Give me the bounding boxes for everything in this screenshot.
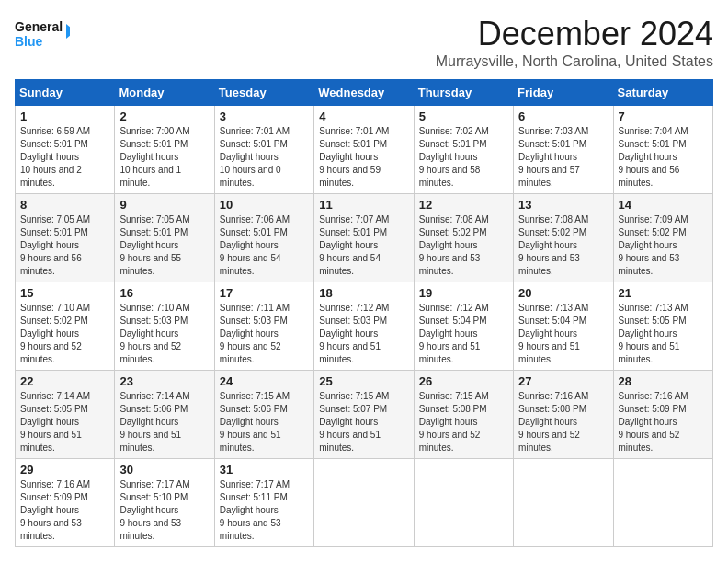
day-info: Sunrise: 7:09 AM Sunset: 5:02 PM Dayligh…: [619, 213, 708, 278]
col-monday: Monday: [115, 80, 214, 106]
col-thursday: Thursday: [414, 80, 513, 106]
day-number: 1: [20, 109, 109, 123]
table-row: 31 Sunrise: 7:17 AM Sunset: 5:11 PM Dayl…: [214, 459, 313, 547]
day-info: Sunrise: 7:16 AM Sunset: 5:08 PM Dayligh…: [518, 390, 608, 454]
day-info: Sunrise: 7:13 AM Sunset: 5:05 PM Dayligh…: [619, 302, 708, 366]
day-number: 20: [518, 286, 608, 300]
table-row: 5 Sunrise: 7:02 AM Sunset: 5:01 PM Dayli…: [414, 106, 513, 194]
col-saturday: Saturday: [613, 80, 712, 106]
day-info: Sunrise: 7:12 AM Sunset: 5:03 PM Dayligh…: [319, 302, 408, 366]
table-row: 20 Sunrise: 7:13 AM Sunset: 5:04 PM Dayl…: [514, 282, 613, 371]
day-info: Sunrise: 7:16 AM Sunset: 5:09 PM Dayligh…: [20, 478, 109, 543]
day-number: 23: [119, 374, 209, 388]
table-row: 16 Sunrise: 7:10 AM Sunset: 5:03 PM Dayl…: [115, 282, 214, 371]
table-row: 9 Sunrise: 7:05 AM Sunset: 5:01 PM Dayli…: [115, 194, 214, 282]
day-number: 24: [220, 374, 309, 388]
day-number: 31: [220, 463, 309, 477]
table-row: 22 Sunrise: 7:14 AM Sunset: 5:05 PM Dayl…: [16, 371, 115, 459]
table-row: 21 Sunrise: 7:13 AM Sunset: 5:05 PM Dayl…: [613, 282, 712, 371]
header-row: Sunday Monday Tuesday Wednesday Thursday…: [16, 80, 713, 106]
day-info: Sunrise: 7:01 AM Sunset: 5:01 PM Dayligh…: [220, 125, 309, 190]
table-row: 11 Sunrise: 7:07 AM Sunset: 5:01 PM Dayl…: [314, 194, 414, 282]
day-number: 17: [220, 286, 309, 300]
day-info: Sunrise: 7:10 AM Sunset: 5:03 PM Dayligh…: [119, 302, 209, 366]
table-row: 27 Sunrise: 7:16 AM Sunset: 5:08 PM Dayl…: [514, 371, 613, 459]
table-row: 19 Sunrise: 7:12 AM Sunset: 5:04 PM Dayl…: [414, 282, 513, 371]
day-info: Sunrise: 7:01 AM Sunset: 5:01 PM Dayligh…: [319, 125, 408, 190]
col-tuesday: Tuesday: [214, 80, 313, 106]
day-number: 25: [319, 374, 408, 388]
calendar-week-3: 15 Sunrise: 7:10 AM Sunset: 5:02 PM Dayl…: [16, 282, 713, 371]
table-row: 29 Sunrise: 7:16 AM Sunset: 5:09 PM Dayl…: [16, 459, 115, 547]
day-number: 11: [319, 198, 408, 212]
day-number: 4: [319, 109, 408, 123]
day-number: 19: [419, 286, 508, 300]
day-number: 7: [619, 109, 708, 123]
day-info: Sunrise: 7:03 AM Sunset: 5:01 PM Dayligh…: [518, 125, 608, 190]
day-number: 18: [319, 286, 408, 300]
svg-marker-2: [66, 24, 70, 39]
day-number: 8: [20, 198, 109, 212]
day-info: Sunrise: 7:06 AM Sunset: 5:01 PM Dayligh…: [220, 213, 309, 278]
svg-text:General: General: [15, 19, 63, 34]
day-number: 10: [220, 198, 309, 212]
calendar: Sunday Monday Tuesday Wednesday Thursday…: [15, 79, 713, 547]
table-row: 28 Sunrise: 7:16 AM Sunset: 5:09 PM Dayl…: [613, 371, 712, 459]
day-info: Sunrise: 7:08 AM Sunset: 5:02 PM Dayligh…: [419, 213, 508, 278]
header: General Blue December 2024 Murraysville,…: [15, 15, 713, 70]
calendar-week-5: 29 Sunrise: 7:16 AM Sunset: 5:09 PM Dayl…: [16, 459, 713, 547]
table-row: 2 Sunrise: 7:00 AM Sunset: 5:01 PM Dayli…: [115, 106, 214, 194]
day-info: Sunrise: 6:59 AM Sunset: 5:01 PM Dayligh…: [20, 125, 109, 190]
day-info: Sunrise: 7:05 AM Sunset: 5:01 PM Dayligh…: [20, 213, 109, 278]
table-row: 6 Sunrise: 7:03 AM Sunset: 5:01 PM Dayli…: [514, 106, 613, 194]
day-number: 21: [619, 286, 708, 300]
table-row: 17 Sunrise: 7:11 AM Sunset: 5:03 PM Dayl…: [214, 282, 313, 371]
day-info: Sunrise: 7:17 AM Sunset: 5:11 PM Dayligh…: [220, 478, 309, 543]
table-row: [613, 459, 712, 547]
logo-svg: General Blue: [15, 15, 70, 53]
table-row: [314, 459, 414, 547]
calendar-week-1: 1 Sunrise: 6:59 AM Sunset: 5:01 PM Dayli…: [16, 106, 713, 194]
day-number: 14: [619, 198, 708, 212]
day-info: Sunrise: 7:05 AM Sunset: 5:01 PM Dayligh…: [119, 213, 209, 278]
col-friday: Friday: [514, 80, 613, 106]
day-number: 3: [220, 109, 309, 123]
day-info: Sunrise: 7:17 AM Sunset: 5:10 PM Dayligh…: [119, 478, 209, 543]
day-number: 9: [119, 198, 209, 212]
table-row: 14 Sunrise: 7:09 AM Sunset: 5:02 PM Dayl…: [613, 194, 712, 282]
day-info: Sunrise: 7:04 AM Sunset: 5:01 PM Dayligh…: [619, 125, 708, 190]
col-sunday: Sunday: [16, 80, 115, 106]
day-info: Sunrise: 7:02 AM Sunset: 5:01 PM Dayligh…: [419, 125, 508, 190]
day-info: Sunrise: 7:15 AM Sunset: 5:07 PM Dayligh…: [319, 390, 408, 454]
table-row: 3 Sunrise: 7:01 AM Sunset: 5:01 PM Dayli…: [214, 106, 313, 194]
table-row: 18 Sunrise: 7:12 AM Sunset: 5:03 PM Dayl…: [314, 282, 414, 371]
table-row: 25 Sunrise: 7:15 AM Sunset: 5:07 PM Dayl…: [314, 371, 414, 459]
table-row: [414, 459, 513, 547]
day-number: 15: [20, 286, 109, 300]
table-row: 26 Sunrise: 7:15 AM Sunset: 5:08 PM Dayl…: [414, 371, 513, 459]
day-info: Sunrise: 7:14 AM Sunset: 5:05 PM Dayligh…: [20, 390, 109, 454]
table-row: 1 Sunrise: 6:59 AM Sunset: 5:01 PM Dayli…: [16, 106, 115, 194]
table-row: 10 Sunrise: 7:06 AM Sunset: 5:01 PM Dayl…: [214, 194, 313, 282]
table-row: 23 Sunrise: 7:14 AM Sunset: 5:06 PM Dayl…: [115, 371, 214, 459]
day-number: 2: [119, 109, 209, 123]
day-number: 28: [619, 374, 708, 388]
logo: General Blue: [15, 15, 70, 53]
day-info: Sunrise: 7:16 AM Sunset: 5:09 PM Dayligh…: [619, 390, 708, 454]
day-info: Sunrise: 7:11 AM Sunset: 5:03 PM Dayligh…: [220, 302, 309, 366]
col-wednesday: Wednesday: [314, 80, 414, 106]
table-row: 12 Sunrise: 7:08 AM Sunset: 5:02 PM Dayl…: [414, 194, 513, 282]
day-number: 26: [419, 374, 508, 388]
calendar-week-2: 8 Sunrise: 7:05 AM Sunset: 5:01 PM Dayli…: [16, 194, 713, 282]
day-number: 30: [119, 463, 209, 477]
day-info: Sunrise: 7:14 AM Sunset: 5:06 PM Dayligh…: [119, 390, 209, 454]
day-info: Sunrise: 7:15 AM Sunset: 5:08 PM Dayligh…: [419, 390, 508, 454]
day-number: 5: [419, 109, 508, 123]
day-number: 22: [20, 374, 109, 388]
month-title: December 2024: [436, 15, 713, 53]
day-info: Sunrise: 7:12 AM Sunset: 5:04 PM Dayligh…: [419, 302, 508, 366]
day-info: Sunrise: 7:10 AM Sunset: 5:02 PM Dayligh…: [20, 302, 109, 366]
table-row: 13 Sunrise: 7:08 AM Sunset: 5:02 PM Dayl…: [514, 194, 613, 282]
day-info: Sunrise: 7:15 AM Sunset: 5:06 PM Dayligh…: [220, 390, 309, 454]
table-row: [514, 459, 613, 547]
